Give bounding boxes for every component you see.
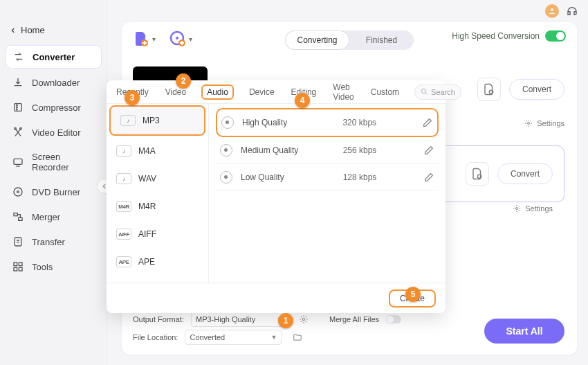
format-item-m4a[interactable]: ♪M4A [107,137,208,165]
edit-icon[interactable] [423,172,434,183]
convert-button[interactable]: Convert [497,163,553,184]
callout-5: 5 [405,287,421,302]
sidebar-item-label: Screen Recorder [32,152,95,172]
sidebar-item-merger[interactable]: Merger [6,206,102,228]
format-item-ape[interactable]: APEAPE [107,248,208,276]
callout-2: 2 [176,73,191,89]
add-file-button[interactable]: ▾ [133,30,156,47]
callout-3: 3 [125,90,140,105]
quality-radio-icon [220,144,232,157]
sidebar-item-label: Transfer [32,237,65,247]
format-picker-popover: Recently Video Audio Device Editing Web … [107,80,445,313]
svg-point-2 [15,127,17,130]
search-icon [421,88,428,96]
format-badge-icon: AIFF [116,229,131,240]
file-settings-link[interactable]: Settings [513,204,553,213]
sidebar-item-compressor[interactable]: Compressor [6,96,102,118]
format-badge-icon: APE [116,256,131,267]
svg-point-23 [421,89,425,93]
gear-small-icon[interactable] [299,314,309,324]
format-item-m4r[interactable]: M4RM4R [107,193,208,220]
svg-rect-8 [19,217,22,220]
svg-point-6 [17,191,19,193]
output-format-label: Output Format: [133,315,184,323]
format-list: ♪MP3 ♪M4A ♪WAV M4RM4R AIFFAIFF APEAPE FL… [107,104,209,283]
add-disc-button[interactable]: ▾ [169,30,192,47]
tab-custom[interactable]: Custom [369,84,401,100]
sidebar-item-video-editor[interactable]: Video Editor [6,121,102,143]
sidebar-item-transfer[interactable]: Transfer [6,231,102,253]
sidebar-item-label: Merger [32,212,60,222]
sidebar-item-screen-recorder[interactable]: Screen Recorder [6,146,102,178]
svg-point-22 [302,318,305,321]
svg-rect-11 [19,262,22,266]
user-avatar[interactable] [545,4,559,18]
audio-note-icon: ♪ [116,173,131,184]
sidebar-item-downloader[interactable]: Downloader [6,71,102,94]
chevron-down-icon: ▾ [152,35,156,43]
segment-converting[interactable]: Converting [285,30,349,50]
open-folder-icon[interactable] [293,332,302,342]
format-item-wav[interactable]: ♪WAV [107,165,208,193]
quality-item-high[interactable]: High Quality 320 kbps [216,108,439,137]
output-format-select[interactable]: MP3-High Quality▼ [191,312,288,327]
quality-item-low[interactable]: Low Quality 128 kbps [216,164,439,191]
audio-note-icon: ♪ [120,115,136,126]
format-item-aiff[interactable]: AIFFAIFF [107,220,208,248]
svg-point-3 [20,127,22,130]
sidebar-item-label: Tools [32,262,53,272]
file-output-preset-button[interactable] [466,162,489,186]
format-search-input[interactable]: Search [414,84,461,100]
support-headset-icon[interactable] [566,5,578,17]
audio-note-icon: ♪ [116,145,131,157]
convert-button[interactable]: Convert [509,79,564,100]
quality-radio-icon [220,171,232,184]
format-badge-icon: M4R [116,201,131,212]
merge-all-files-toggle[interactable] [386,315,401,323]
file-settings-link[interactable]: Settings [524,119,564,127]
tab-audio[interactable]: Audio [201,84,234,100]
chevron-left-icon [10,27,17,34]
svg-rect-10 [14,262,17,266]
chevron-down-icon: ▼ [271,334,277,341]
sidebar: Home Converter Downloader Compressor Vid… [0,0,108,365]
quality-item-medium[interactable]: Medium Quality 256 kbps [216,137,439,164]
high-speed-conversion-toggle[interactable] [545,30,566,42]
back-home-button[interactable]: Home [0,19,107,41]
svg-point-19 [528,123,530,125]
format-item-flac[interactable]: FLACFLAC [107,276,208,283]
quality-radio-icon [221,116,234,129]
sidebar-item-tools[interactable]: Tools [6,256,102,278]
converting-finished-segmented[interactable]: Converting Finished [285,30,414,50]
svg-rect-4 [14,159,22,164]
segment-finished[interactable]: Finished [349,30,414,50]
file-location-select[interactable]: Converted▼ [185,330,282,345]
svg-point-5 [14,188,22,196]
bottom-bar: Output Format: MP3-High Quality▼ Merge A… [133,310,564,346]
high-speed-conversion-label: High Speed Conversion [452,31,540,41]
file-output-preset-button[interactable] [477,78,501,101]
svg-point-16 [176,37,178,39]
start-all-button[interactable]: Start All [484,319,564,344]
callout-4: 4 [295,93,310,108]
edit-icon[interactable] [423,145,434,156]
sidebar-item-label: Compressor [32,103,81,113]
svg-point-21 [516,208,518,210]
svg-rect-13 [19,267,22,271]
tab-web-video[interactable]: Web Video [331,80,355,105]
merge-all-files-label: Merge All Files [329,315,379,323]
tab-device[interactable]: Device [248,84,276,100]
chevron-down-icon: ▾ [189,35,192,43]
sidebar-item-converter[interactable]: Converter [6,45,102,69]
sidebar-item-label: Downloader [32,78,80,88]
sidebar-item-label: DVD Burner [32,187,80,197]
home-label: Home [21,25,45,35]
sidebar-item-dvd-burner[interactable]: DVD Burner [6,181,102,203]
format-item-mp3[interactable]: ♪MP3 [109,105,205,136]
quality-list: High Quality 320 kbps Medium Quality 256… [209,104,445,283]
edit-icon[interactable] [422,117,433,128]
svg-rect-12 [14,267,17,271]
sidebar-item-label: Converter [33,52,75,62]
svg-point-0 [551,8,553,11]
svg-rect-7 [14,213,17,216]
